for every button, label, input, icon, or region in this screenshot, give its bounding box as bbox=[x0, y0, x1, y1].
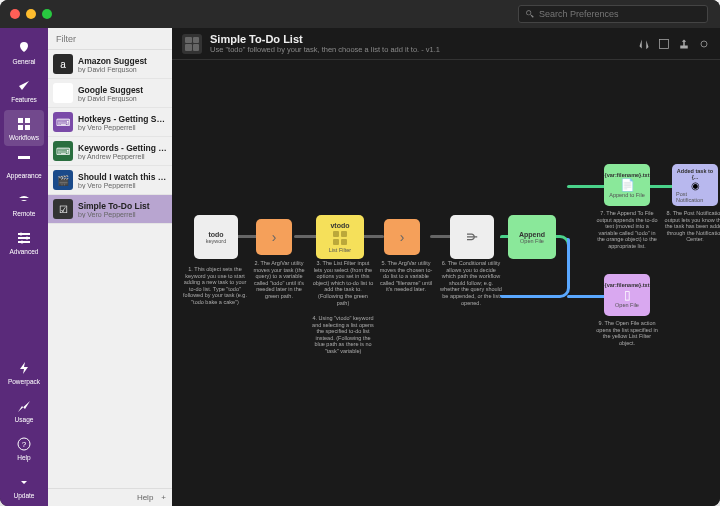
node-post-notification[interactable]: Added task to {... ◉ Post Notification bbox=[672, 164, 718, 206]
update-icon bbox=[16, 474, 32, 490]
svg-rect-3 bbox=[25, 125, 30, 130]
annotation-4: 4. Using "vtodo" keyword and selecting a… bbox=[312, 315, 374, 355]
layout-icon[interactable] bbox=[658, 38, 670, 50]
workflow-item-author: by Vero Pepperrell bbox=[78, 211, 150, 218]
search-icon bbox=[525, 9, 535, 19]
workflow-list-panel: aAmazon Suggestby David FergusonGGoogle … bbox=[48, 28, 172, 506]
tab-general[interactable]: General bbox=[4, 34, 44, 70]
tab-appearance[interactable]: Appearance bbox=[4, 148, 44, 184]
help-button[interactable]: Help bbox=[137, 493, 153, 502]
minimize-button[interactable] bbox=[26, 9, 36, 19]
node-argvar-1[interactable]: › bbox=[256, 219, 292, 255]
svg-rect-2 bbox=[18, 125, 23, 130]
svg-rect-9 bbox=[660, 39, 669, 48]
zoom-button[interactable] bbox=[42, 9, 52, 19]
bell-icon: ◉ bbox=[691, 180, 700, 191]
workflow-item[interactable]: 🎬Should I watch this movie?by Vero Peppe… bbox=[48, 166, 172, 195]
workflow-header: Simple To-Do List Use "todo" followed by… bbox=[172, 28, 720, 60]
powerpack-icon bbox=[16, 360, 32, 376]
workflow-item-name: Hotkeys - Getting Started bbox=[78, 114, 167, 124]
main-panel: Simple To-Do List Use "todo" followed by… bbox=[172, 28, 720, 506]
svg-point-10 bbox=[701, 41, 707, 47]
tab-powerpack[interactable]: Powerpack bbox=[4, 354, 44, 390]
toggle-icon[interactable] bbox=[638, 38, 650, 50]
workflow-title: Simple To-Do List bbox=[210, 33, 638, 45]
workflow-item-author: by David Ferguson bbox=[78, 95, 143, 102]
close-button[interactable] bbox=[10, 9, 20, 19]
filter-bar bbox=[48, 28, 172, 50]
node-list-filter[interactable]: vtodo List Filter bbox=[316, 215, 364, 259]
workflow-item-author: by David Ferguson bbox=[78, 66, 147, 73]
workflows-icon bbox=[16, 116, 32, 132]
traffic-lights bbox=[10, 9, 52, 19]
list-footer: Help + bbox=[48, 488, 172, 506]
workflow-item[interactable]: GGoogle Suggestby David Ferguson bbox=[48, 79, 172, 108]
workflow-item-name: Amazon Suggest bbox=[78, 56, 147, 66]
help-icon: ? bbox=[16, 436, 32, 452]
svg-point-4 bbox=[20, 232, 23, 235]
workflow-item-icon: G bbox=[53, 83, 73, 103]
workflow-canvas[interactable]: todo keyword › vtodo List Filter › ⋔ bbox=[172, 60, 720, 506]
workflow-item-icon: ☑ bbox=[53, 199, 73, 219]
workflow-item-icon: 🎬 bbox=[53, 170, 73, 190]
debug-icon[interactable] bbox=[698, 38, 710, 50]
appearance-icon bbox=[16, 154, 32, 170]
workflow-item-author: by Vero Pepperrell bbox=[78, 182, 167, 189]
workflow-item-author: by Andrew Pepperrell bbox=[78, 153, 167, 160]
node-append-open[interactable]: Append Open File bbox=[508, 215, 556, 259]
annotation-7: 7. The Append To File output appends the… bbox=[596, 210, 658, 250]
share-icon[interactable] bbox=[678, 38, 690, 50]
workflow-item-name: Google Suggest bbox=[78, 85, 143, 95]
workflow-item-icon: a bbox=[53, 54, 73, 74]
node-argvar-2[interactable]: › bbox=[384, 219, 420, 255]
preferences-window: GeneralFeaturesWorkflowsAppearanceRemote… bbox=[0, 0, 720, 506]
svg-text:?: ? bbox=[22, 440, 27, 449]
branch-icon: ⋔ bbox=[464, 231, 480, 243]
search-preferences[interactable] bbox=[518, 5, 708, 23]
tab-usage[interactable]: Usage bbox=[4, 392, 44, 428]
remote-icon bbox=[16, 192, 32, 208]
tab-remote[interactable]: Remote bbox=[4, 186, 44, 222]
workflow-item[interactable]: ☑Simple To-Do Listby Vero Pepperrell bbox=[48, 195, 172, 224]
tab-help[interactable]: ?Help bbox=[4, 430, 44, 466]
node-open-file[interactable]: {var:filename}.txt ▯ Open File bbox=[604, 274, 650, 316]
file-icon: ▯ bbox=[624, 288, 631, 302]
features-icon bbox=[16, 78, 32, 94]
workflow-item-author: by Vero Pepperrell bbox=[78, 124, 167, 131]
annotation-6: 6. The Conditional utility allows you to… bbox=[440, 260, 502, 306]
workflow-item[interactable]: ⌨Keywords - Getting Startedby Andrew Pep… bbox=[48, 137, 172, 166]
node-keyword[interactable]: todo keyword bbox=[194, 215, 238, 259]
add-workflow-button[interactable]: + bbox=[161, 493, 166, 502]
usage-icon bbox=[16, 398, 32, 414]
advanced-icon bbox=[16, 230, 32, 246]
annotation-9: 9. The Open File action opens the list s… bbox=[596, 320, 658, 346]
annotation-8: 8. The Post Notification output lets you… bbox=[664, 210, 720, 243]
titlebar bbox=[0, 0, 720, 28]
workflow-desc: Use "todo" followed by your task, then c… bbox=[210, 45, 638, 54]
annotation-1: 1. This object sets the keyword you use … bbox=[180, 266, 250, 306]
tab-update[interactable]: Update bbox=[4, 468, 44, 504]
annotation-2: 2. The Arg/Var utility moves your task (… bbox=[250, 260, 308, 300]
workflow-item[interactable]: ⌨Hotkeys - Getting Startedby Vero Pepper… bbox=[48, 108, 172, 137]
workflow-item-name: Simple To-Do List bbox=[78, 201, 150, 211]
pref-tabs: GeneralFeaturesWorkflowsAppearanceRemote… bbox=[0, 28, 48, 506]
workflow-item[interactable]: aAmazon Suggestby David Ferguson bbox=[48, 50, 172, 79]
chevron-right-icon: › bbox=[272, 229, 277, 245]
tab-advanced[interactable]: Advanced bbox=[4, 224, 44, 260]
svg-rect-1 bbox=[25, 118, 30, 123]
svg-point-5 bbox=[26, 236, 29, 239]
workflow-list: aAmazon Suggestby David FergusonGGoogle … bbox=[48, 50, 172, 488]
workflow-icon bbox=[182, 34, 202, 54]
svg-point-6 bbox=[21, 240, 24, 243]
tab-workflows[interactable]: Workflows bbox=[4, 110, 44, 146]
search-input[interactable] bbox=[539, 9, 701, 19]
node-append-to-file[interactable]: {var:filename}.txt 📄 Append to File bbox=[604, 164, 650, 206]
workflow-item-icon: ⌨ bbox=[53, 141, 73, 161]
filter-input[interactable] bbox=[56, 34, 168, 44]
node-conditional[interactable]: ⋔ bbox=[450, 215, 494, 259]
workflow-item-icon: ⌨ bbox=[53, 112, 73, 132]
chevron-right-icon: › bbox=[400, 229, 405, 245]
tab-features[interactable]: Features bbox=[4, 72, 44, 108]
annotation-3: 3. The List Filter input lets you select… bbox=[312, 260, 374, 306]
general-icon bbox=[16, 40, 32, 56]
